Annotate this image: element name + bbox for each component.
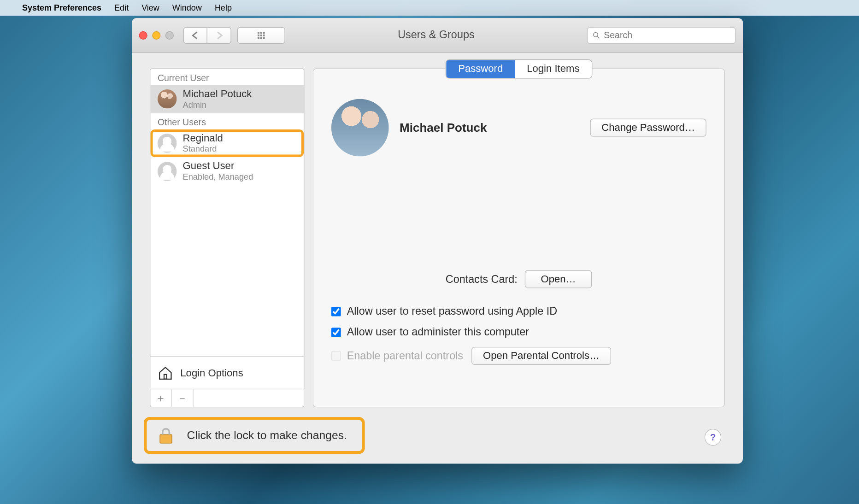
menubar-item-view[interactable]: View bbox=[141, 3, 159, 13]
minimize-window-icon[interactable] bbox=[152, 31, 160, 39]
lock-row[interactable]: Click the lock to make changes. bbox=[150, 421, 359, 451]
svg-line-10 bbox=[597, 36, 599, 38]
user-name: Reginald bbox=[183, 133, 223, 144]
forward-button bbox=[207, 27, 231, 43]
parental-controls-label: Enable parental controls bbox=[347, 350, 463, 362]
add-user-button: ＋ bbox=[150, 389, 172, 407]
home-icon bbox=[158, 365, 173, 381]
sidebar-header-current: Current User bbox=[150, 69, 304, 85]
svg-rect-7 bbox=[260, 37, 262, 39]
menubar-item-edit[interactable]: Edit bbox=[114, 3, 129, 13]
show-all-button[interactable] bbox=[237, 27, 285, 43]
login-options-button[interactable]: Login Options bbox=[150, 357, 304, 389]
svg-rect-4 bbox=[260, 34, 262, 36]
zoom-window-icon bbox=[165, 31, 174, 39]
tab-login-items[interactable]: Login Items bbox=[515, 60, 591, 78]
user-name: Guest User bbox=[183, 161, 253, 172]
tabs: Password Login Items bbox=[446, 59, 592, 79]
allow-reset-input[interactable] bbox=[331, 306, 341, 316]
close-window-icon[interactable] bbox=[139, 31, 147, 39]
sidebar-user-current[interactable]: Michael Potuck Admin bbox=[150, 85, 304, 113]
allow-reset-checkbox[interactable]: Allow user to reset password using Apple… bbox=[331, 305, 706, 317]
traffic-lights bbox=[139, 31, 174, 39]
svg-point-9 bbox=[594, 32, 598, 36]
avatar bbox=[158, 162, 177, 181]
prefs-window: Users & Groups Current User Michael Potu… bbox=[132, 18, 743, 463]
allow-reset-label: Allow user to reset password using Apple… bbox=[347, 305, 558, 317]
parental-controls-checkbox: Enable parental controls bbox=[331, 350, 463, 362]
user-role: Standard bbox=[183, 144, 223, 154]
svg-rect-0 bbox=[258, 31, 259, 33]
lock-icon[interactable] bbox=[156, 425, 176, 445]
grid-icon bbox=[257, 31, 265, 39]
main-panel: Password Login Items Michael Potuck Chan… bbox=[313, 68, 725, 407]
lock-text: Click the lock to make changes. bbox=[187, 429, 347, 442]
spacer bbox=[194, 389, 304, 407]
window-title: Users & Groups bbox=[291, 29, 581, 41]
users-sidebar: Current User Michael Potuck Admin Other … bbox=[150, 68, 304, 407]
svg-rect-2 bbox=[263, 31, 265, 33]
login-options-label: Login Options bbox=[180, 367, 243, 379]
svg-rect-5 bbox=[263, 34, 265, 36]
change-password-button[interactable]: Change Password… bbox=[590, 119, 706, 137]
user-role: Enabled, Managed bbox=[183, 172, 253, 182]
open-contacts-card-button[interactable]: Open… bbox=[524, 270, 592, 288]
mac-menubar: System Preferences Edit View Window Help bbox=[0, 0, 859, 16]
menubar-app[interactable]: System Preferences bbox=[22, 3, 101, 13]
chevron-left-icon bbox=[191, 31, 200, 39]
user-name: Michael Potuck bbox=[183, 89, 252, 100]
sidebar-user-other[interactable]: Reginald Standard bbox=[150, 129, 304, 158]
window-toolbar: Users & Groups bbox=[132, 18, 743, 53]
menubar-item-window[interactable]: Window bbox=[172, 3, 202, 13]
contacts-card-label: Contacts Card: bbox=[446, 273, 518, 285]
nav-back-forward bbox=[183, 27, 231, 43]
parental-controls-input bbox=[331, 351, 341, 361]
svg-rect-3 bbox=[258, 34, 259, 36]
help-button[interactable]: ? bbox=[705, 429, 721, 445]
avatar bbox=[158, 89, 177, 109]
menubar-item-help[interactable]: Help bbox=[215, 3, 232, 13]
open-parental-controls-button[interactable]: Open Parental Controls… bbox=[471, 347, 611, 365]
allow-admin-checkbox[interactable]: Allow user to administer this computer bbox=[331, 326, 706, 338]
window-footer: Click the lock to make changes. ? bbox=[132, 407, 743, 463]
svg-rect-12 bbox=[160, 434, 172, 443]
avatar bbox=[158, 134, 177, 153]
remove-user-button: － bbox=[172, 389, 194, 407]
add-remove-bar: ＋ － bbox=[150, 389, 304, 407]
sidebar-user-guest[interactable]: Guest User Enabled, Managed bbox=[150, 157, 304, 185]
tab-password[interactable]: Password bbox=[446, 60, 515, 78]
back-button[interactable] bbox=[183, 27, 207, 43]
allow-admin-label: Allow user to administer this computer bbox=[347, 326, 529, 338]
user-role: Admin bbox=[183, 100, 252, 110]
search-icon bbox=[593, 31, 600, 39]
svg-rect-8 bbox=[263, 37, 265, 39]
profile-name: Michael Potuck bbox=[400, 121, 579, 135]
allow-admin-input[interactable] bbox=[331, 328, 341, 337]
svg-rect-11 bbox=[164, 374, 167, 379]
svg-rect-1 bbox=[260, 31, 262, 33]
svg-rect-6 bbox=[258, 37, 259, 39]
search-input[interactable] bbox=[604, 30, 730, 40]
sidebar-header-other: Other Users bbox=[150, 113, 304, 129]
profile-avatar[interactable] bbox=[331, 99, 389, 157]
search-field[interactable] bbox=[587, 27, 735, 43]
chevron-right-icon bbox=[215, 31, 223, 39]
